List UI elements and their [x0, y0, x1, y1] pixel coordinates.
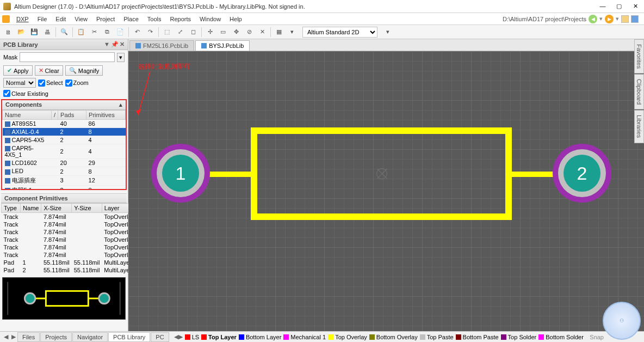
tb-zoom-area-icon[interactable]: ⬚ [161, 26, 173, 38]
close-button[interactable]: ✕ [632, 3, 639, 10]
tb-clear-icon[interactable]: ✕ [256, 26, 268, 38]
layer-item[interactable]: Bottom Paste [456, 334, 499, 340]
tb-open-icon[interactable]: 📂 [15, 26, 27, 38]
tb-zoom-fit-icon[interactable]: ⤢ [174, 26, 186, 38]
col-name[interactable]: Name [3, 111, 52, 120]
nav-forward-button[interactable]: ▶ [605, 15, 614, 23]
layer-item[interactable]: Top Layer [201, 334, 237, 340]
nav-back-button[interactable]: ◀ [589, 15, 597, 23]
bottom-tab[interactable]: PCB Library [108, 332, 150, 342]
pad-1[interactable]: 1 [151, 144, 210, 203]
menu-view[interactable]: View [70, 15, 92, 23]
table-row[interactable]: Track7.874milTopOverlay [2, 213, 137, 221]
menu-edit[interactable]: Edit [51, 15, 70, 23]
pad-2[interactable]: 2 [553, 144, 611, 203]
layer-item[interactable]: Top Solder [501, 334, 537, 340]
col-prims[interactable]: Primitives [86, 111, 126, 120]
pcol-name[interactable]: Name [21, 204, 41, 213]
layer-item[interactable]: Top Overlay [328, 334, 367, 340]
tb-cut-icon[interactable]: ✂ [88, 26, 100, 38]
btab-next-icon[interactable]: ▶ [10, 333, 17, 340]
col-pads[interactable]: Pads [58, 111, 86, 120]
menu-help[interactable]: Help [225, 15, 246, 23]
bottom-tab[interactable]: Navigator [72, 332, 108, 342]
magnify-button[interactable]: 🔍Magnify [65, 65, 103, 76]
table-row[interactable]: Track7.874milTopOverlay [2, 243, 137, 251]
tb-clipboard-icon[interactable]: 📄 [114, 26, 126, 38]
layer-item[interactable]: Top Paste [420, 334, 454, 340]
pcol-type[interactable]: Type [2, 204, 21, 213]
tb-new-icon[interactable]: 🗎 [2, 26, 14, 38]
table-row[interactable]: 电阻5.128 [3, 185, 126, 189]
menu-window[interactable]: Window [195, 15, 225, 23]
table-row[interactable]: Track7.874milTopOverlay [2, 251, 137, 259]
side-tab-libraries[interactable]: Libraries [634, 110, 644, 143]
menu-dxp[interactable]: DXP [12, 15, 33, 23]
table-row[interactable]: Track7.874milTopOverlay [2, 221, 137, 228]
tb-print-icon[interactable]: 🖶 [41, 26, 53, 38]
tb-zoom-sel-icon[interactable]: ◻ [187, 26, 199, 38]
mode-select[interactable]: Normal [3, 78, 36, 88]
minimize-button[interactable]: — [599, 3, 606, 10]
col-sort[interactable]: / [52, 111, 58, 120]
tb-redo-icon[interactable]: ↷ [144, 26, 156, 38]
tb-undo-icon[interactable]: ↶ [131, 26, 143, 38]
side-tab-favorites[interactable]: Favorites [634, 39, 644, 74]
components-scroll-up-icon[interactable]: ▴ [119, 101, 122, 108]
layer-item[interactable]: Bottom Layer [239, 334, 281, 340]
tb-cursor-icon[interactable]: ✢ [204, 26, 216, 38]
panel-dropdown-icon[interactable]: ▼ [104, 41, 110, 48]
mask-input[interactable] [20, 52, 115, 62]
bottom-tab[interactable]: Projects [40, 332, 72, 342]
bottom-tab[interactable]: PC [151, 332, 169, 342]
table-row[interactable]: Track7.874milTopOverlay [2, 228, 137, 236]
menu-place[interactable]: Place [119, 15, 143, 23]
table-row[interactable]: 电源插座312 [3, 175, 126, 185]
menu-project[interactable]: Project [92, 15, 119, 23]
btab-prev-icon[interactable]: ◀ [2, 333, 10, 340]
table-row[interactable]: CAPR5-4X524 [3, 136, 126, 144]
table-row[interactable]: Track7.874milTopOverlay [2, 236, 137, 243]
table-row[interactable]: AT89S514086 [3, 120, 126, 128]
menu-file[interactable]: File [33, 15, 52, 23]
pcb-editor-canvas[interactable]: 选择封装原则即可 1 2 [128, 51, 644, 331]
select-checkbox[interactable]: Select [38, 80, 63, 87]
tb-config-icon[interactable]: ▾ [382, 26, 394, 38]
tb-copy-icon[interactable]: ⧉ [101, 26, 113, 38]
layer-item[interactable]: LS [185, 334, 199, 340]
table-row[interactable]: LED28 [3, 167, 126, 175]
menu-reports[interactable]: Reports [165, 15, 195, 23]
tb-gridmode-icon[interactable]: ▾ [286, 26, 298, 38]
table-row[interactable]: LCD16022029 [3, 159, 126, 167]
notify-icon[interactable] [631, 15, 639, 23]
tb-deselect-icon[interactable]: ⊘ [243, 26, 255, 38]
view-mode-select[interactable]: Altium Standard 2D [302, 27, 377, 38]
bottom-tab[interactable]: Files [17, 332, 40, 342]
pcol-y[interactable]: Y-Size [72, 204, 102, 213]
layer-item[interactable]: Bottom Overlay [369, 334, 418, 340]
table-row[interactable]: AXIAL-0.428 [3, 128, 126, 136]
apply-button[interactable]: ✔Apply [3, 65, 33, 76]
panel-pin-icon[interactable]: 📌 [111, 41, 119, 48]
tab-bysj[interactable]: BYSJ.PcbLib [195, 40, 250, 51]
tab-fm25l16[interactable]: FM25L16.PcbLib [129, 40, 194, 51]
clear-button[interactable]: ✕Clear [35, 65, 63, 76]
panel-close-icon[interactable]: ✕ [120, 41, 125, 48]
tb-move-icon[interactable]: ✥ [230, 26, 242, 38]
home-icon[interactable] [621, 15, 629, 23]
side-tab-clipboard[interactable]: Clipboard [634, 74, 644, 109]
pcol-x[interactable]: X-Size [41, 204, 72, 213]
zoom-checkbox[interactable]: Zoom [65, 80, 89, 87]
tb-select-icon[interactable]: ▭ [217, 26, 229, 38]
table-row[interactable]: Pad255.118mil55.118milMultiLayer [2, 266, 137, 274]
layer-item[interactable]: Bottom Solder [538, 334, 584, 340]
tb-paste-icon[interactable]: 📋 [75, 26, 87, 38]
tb-preview-icon[interactable]: 🔍 [58, 26, 70, 38]
mask-dropdown-icon[interactable]: ▾ [117, 53, 125, 62]
clear-existing-checkbox[interactable]: Clear Existing [3, 90, 48, 97]
table-row[interactable]: Pad155.118mil55.118milMultiLayer [2, 259, 137, 266]
menu-tools[interactable]: Tools [143, 15, 166, 23]
tb-save-icon[interactable]: 💾 [28, 26, 40, 38]
layer-item[interactable]: Mechanical 1 [283, 334, 326, 340]
tb-grid-icon[interactable]: ▦ [273, 26, 285, 38]
